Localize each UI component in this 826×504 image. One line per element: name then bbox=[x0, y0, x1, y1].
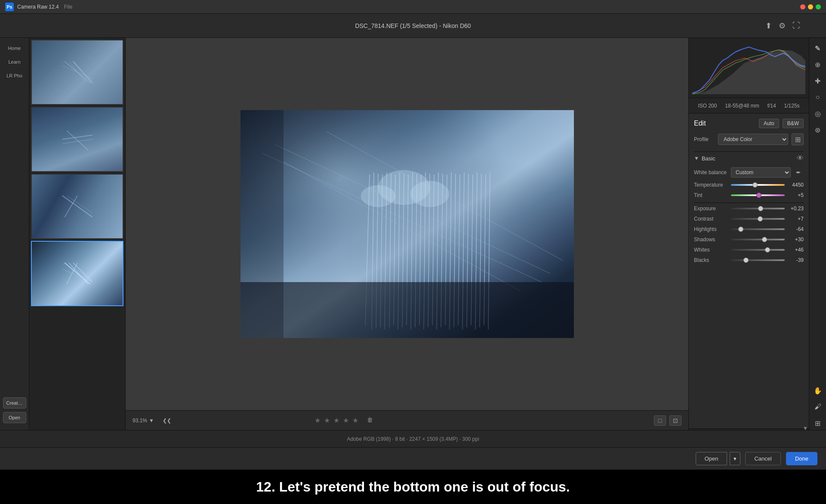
contrast-label: Contrast bbox=[694, 216, 728, 222]
visibility-icon[interactable]: 👁 bbox=[797, 154, 804, 162]
svg-line-2 bbox=[73, 61, 92, 83]
bw-button[interactable]: B&W bbox=[783, 119, 804, 128]
star-5[interactable]: ★ bbox=[352, 416, 358, 424]
photo-canvas bbox=[126, 38, 688, 410]
blacks-slider-row: Blacks -39 bbox=[694, 257, 804, 263]
profile-row: Profile Adobe Color Adobe Landscape Adob… bbox=[694, 133, 804, 145]
eyedropper-icon[interactable]: ✒ bbox=[793, 167, 804, 178]
basic-section-header: ▼ Basic 👁 bbox=[694, 154, 804, 162]
wb-label: White balance bbox=[694, 169, 728, 175]
file-menu[interactable]: File bbox=[64, 4, 72, 10]
crop-tool-btn[interactable]: □ bbox=[654, 415, 666, 426]
crop-tool-icon[interactable]: ⊕ bbox=[811, 58, 825, 71]
blacks-value: -39 bbox=[787, 257, 804, 263]
share-icon[interactable]: ⬆ bbox=[765, 21, 772, 31]
tint-track[interactable] bbox=[731, 194, 785, 196]
temp-thumb[interactable] bbox=[752, 182, 758, 187]
filmstrip bbox=[29, 38, 126, 430]
mask-tool-icon[interactable]: ○ bbox=[811, 90, 825, 104]
expand-icon[interactable]: ⛶ bbox=[792, 21, 800, 30]
done-button[interactable]: Done bbox=[786, 452, 817, 465]
maximize-button[interactable] bbox=[816, 4, 821, 9]
topbar: DSC_7814.NEF (1/5 Selected) - Nikon D60 … bbox=[0, 14, 826, 38]
right-toolbar: ✎ ⊕ ✚ ○ ◎ ⊛ ✋ 🖌 ⊞ bbox=[809, 38, 826, 430]
collapse-icon[interactable]: ❮❮ bbox=[163, 418, 171, 424]
close-button[interactable] bbox=[800, 4, 805, 9]
zoom-control[interactable]: 93.1% ▼ bbox=[133, 418, 154, 424]
right-section: ISO 200 18-55@48 mm f/14 1/125s Edit Aut… bbox=[688, 38, 826, 430]
contrast-thumb[interactable] bbox=[758, 216, 763, 221]
star-4[interactable]: ★ bbox=[343, 416, 349, 424]
tint-value: +5 bbox=[787, 192, 804, 198]
healing-tool-icon[interactable]: ✚ bbox=[811, 74, 825, 88]
sidebar-item-lr[interactable]: LR Pho bbox=[2, 70, 28, 82]
temperature-slider-row: Temperature 4450 bbox=[694, 182, 804, 188]
aperture-display: f/14 bbox=[767, 103, 776, 109]
shutter-display: 1/125s bbox=[784, 103, 800, 109]
shadows-track[interactable] bbox=[731, 239, 785, 240]
highlights-thumb[interactable] bbox=[738, 227, 743, 232]
blacks-track[interactable] bbox=[731, 259, 785, 261]
open-nav-button[interactable]: Open bbox=[3, 412, 26, 423]
profile-grid-button[interactable]: ⊞ bbox=[792, 133, 804, 145]
contrast-slider-row: Contrast +7 bbox=[694, 216, 804, 222]
wb-select[interactable]: Custom Auto Daylight Cloudy Shade Tungst… bbox=[731, 167, 791, 178]
lens-display: 18-55@48 mm bbox=[725, 103, 759, 109]
hand-tool-icon[interactable]: ✋ bbox=[811, 384, 825, 397]
tint-thumb[interactable] bbox=[756, 193, 761, 198]
contrast-value: +7 bbox=[787, 216, 804, 222]
app-icon: Ps bbox=[5, 3, 14, 11]
filmstrip-thumb-3[interactable] bbox=[31, 174, 123, 239]
auto-button[interactable]: Auto bbox=[759, 119, 779, 128]
sidebar-item-learn[interactable]: Learn bbox=[2, 56, 28, 68]
whites-thumb[interactable] bbox=[765, 247, 770, 252]
compare-tool-btn[interactable]: ⊡ bbox=[669, 415, 681, 426]
caption-bar: 12. Let's pretend the bottom one is out … bbox=[0, 470, 826, 504]
shadows-thumb[interactable] bbox=[762, 237, 767, 242]
blacks-thumb[interactable] bbox=[743, 258, 749, 263]
sidebar-item-home[interactable]: Home bbox=[2, 42, 28, 54]
star-1[interactable]: ★ bbox=[314, 416, 321, 424]
exposure-thumb[interactable] bbox=[758, 206, 763, 211]
divider-2 bbox=[694, 203, 804, 203]
blacks-label: Blacks bbox=[694, 257, 728, 263]
scroll-arrow-down[interactable]: ▼ bbox=[803, 425, 808, 431]
profile-select[interactable]: Adobe Color Adobe Landscape Adobe Portra… bbox=[718, 134, 788, 145]
cancel-button[interactable]: Cancel bbox=[745, 452, 780, 465]
trash-icon[interactable]: 🗑 bbox=[367, 416, 373, 424]
svg-line-4 bbox=[62, 135, 92, 139]
star-3[interactable]: ★ bbox=[333, 416, 339, 424]
temp-label: Temperature bbox=[694, 182, 728, 188]
star-2[interactable]: ★ bbox=[324, 416, 330, 424]
filmstrip-thumb-2[interactable] bbox=[31, 107, 123, 172]
caption-text: 12. Let's pretend the bottom one is out … bbox=[256, 479, 570, 495]
svg-line-3 bbox=[62, 66, 92, 79]
redeye-tool-icon[interactable]: ◎ bbox=[811, 107, 825, 120]
basic-toggle[interactable]: ▼ bbox=[694, 155, 699, 161]
settings-icon[interactable]: ⚙ bbox=[779, 21, 786, 31]
whites-slider-row: Whites +46 bbox=[694, 247, 804, 253]
profile-label: Profile bbox=[694, 136, 715, 142]
temp-track[interactable] bbox=[731, 184, 785, 186]
right-panel: ISO 200 18-55@48 mm f/14 1/125s Edit Aut… bbox=[688, 38, 809, 430]
open-arrow-button[interactable]: ▾ bbox=[730, 452, 740, 465]
snapshot-tool-icon[interactable]: ⊛ bbox=[811, 123, 825, 137]
whites-track[interactable] bbox=[731, 249, 785, 251]
create-button[interactable]: Creat… bbox=[3, 397, 26, 409]
canvas-tools-right: □ ⊡ bbox=[654, 415, 681, 426]
edit-tool-btn[interactable]: ✎ bbox=[811, 41, 825, 55]
grid-tool-icon[interactable]: ⊞ bbox=[811, 416, 825, 430]
exposure-track[interactable] bbox=[731, 208, 785, 209]
whites-value: +46 bbox=[787, 247, 804, 253]
filmstrip-thumb-1[interactable] bbox=[31, 40, 123, 105]
svg-point-52 bbox=[361, 185, 395, 207]
open-button[interactable]: Open bbox=[696, 452, 727, 465]
minimize-button[interactable] bbox=[808, 4, 813, 9]
whites-label: Whites bbox=[694, 247, 728, 253]
brush-tool-icon[interactable]: 🖌 bbox=[811, 400, 825, 414]
filmstrip-thumb-4[interactable] bbox=[31, 241, 123, 306]
contrast-track[interactable] bbox=[731, 218, 785, 220]
highlights-track[interactable] bbox=[731, 228, 785, 230]
zoom-value: 93.1% bbox=[133, 418, 147, 424]
basic-section-label: Basic bbox=[702, 155, 715, 162]
